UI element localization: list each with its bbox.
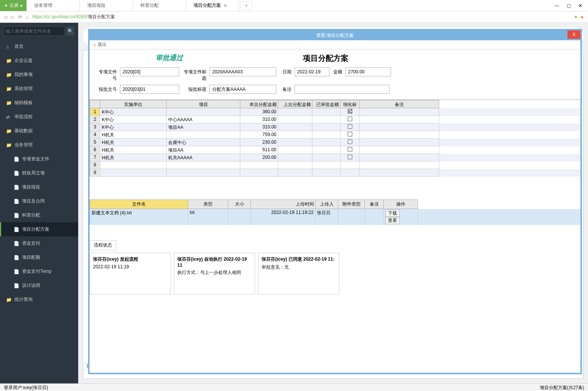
folder-icon: 📁 — [6, 58, 11, 63]
home-icon: ⌂ — [6, 44, 11, 49]
flow-icon: ⇄ — [6, 114, 11, 120]
sidebar-item[interactable]: 📁辅助模板 — [0, 96, 78, 110]
bookmark-icon[interactable]: ✦ — [574, 14, 578, 20]
sidebar-item[interactable]: 📁系统管理 — [0, 82, 78, 96]
folder-icon: 📁 — [6, 72, 11, 78]
sidebar-item[interactable]: 📁基础数据 — [0, 124, 78, 138]
folder-icon: 📁 — [6, 297, 11, 302]
file-icon: 📄 — [14, 255, 19, 260]
login-user: 登录用户:icey(张芬芬) — [4, 385, 48, 390]
maximize-icon[interactable]: ▢ — [567, 3, 571, 8]
search-input[interactable] — [4, 27, 65, 36]
input-file-title[interactable] — [210, 67, 276, 76]
minimize-icon[interactable]: — — [555, 3, 559, 8]
file-icon: 📄 — [14, 283, 19, 288]
tab-add-button[interactable]: + — [241, 2, 252, 9]
sidebar-subitem[interactable]: 📄项目及合同 — [0, 194, 78, 208]
input-date[interactable] — [295, 67, 329, 76]
grid-row[interactable]: 2K中心中心AAAAA310.00 — [90, 116, 580, 123]
sidebar-item[interactable]: 📁业务管理 — [0, 138, 78, 152]
grid-row[interactable]: 8 — [90, 161, 580, 169]
sidebar-item[interactable]: ⇄审批流程 — [0, 110, 78, 124]
approval-status: 审批通过 — [156, 53, 183, 63]
attachment-row[interactable]: 新建文本文档 (4).txt txt 2022-02-19 11:19:22 张… — [90, 209, 580, 225]
grid-row[interactable]: 6H机关项目AA511.00 — [90, 146, 580, 154]
label-remark: 备注 — [278, 85, 293, 94]
sidebar: 🔍 ⌂首页📁企业云盘📁我的事项📁系统管理📁辅助模板⇄审批流程📁基础数据📁业务管理… — [0, 23, 78, 383]
tab-dept[interactable]: 科室分配 — [133, 0, 186, 11]
sidebar-subitem[interactable]: 📄科室分配 — [0, 208, 78, 222]
allocation-grid: 实施单位 项目 本次分配金额 上次分配金额 已审批金额 细化标记 备注 1K中心… — [90, 100, 580, 177]
input-remark[interactable] — [295, 85, 389, 94]
workflow-tab[interactable]: 流程状态 — [90, 240, 116, 250]
sidebar-subitem[interactable]: 📄资金支付 — [0, 236, 78, 250]
file-icon: 📄 — [14, 269, 19, 274]
view-button[interactable]: 查看 — [385, 217, 400, 224]
dialog-close-button[interactable]: X — [568, 30, 580, 39]
checkbox-icon[interactable] — [348, 155, 352, 159]
search-button[interactable]: 🔍 — [66, 27, 74, 36]
sidebar-subitem[interactable]: 📄项目配额 — [0, 250, 78, 264]
forward-icon[interactable]: ▷ — [11, 14, 14, 20]
sidebar-subitem[interactable]: 📄资金支付Temp — [0, 264, 78, 279]
label-amount: 金额 — [331, 67, 344, 83]
tab-allocation[interactable]: 项目分配方案× — [186, 0, 239, 11]
grid-row[interactable]: 5H机关会展中心230.00 — [90, 139, 580, 146]
status-bar: 登录用户:icey(张芬芬) 项目分配方案(共27条) — [0, 383, 588, 391]
file-icon: 📄 — [14, 157, 19, 162]
checkbox-icon[interactable] — [348, 132, 352, 136]
app-logo[interactable]: ✦ 云表 ▾ — [0, 0, 27, 11]
checkbox-icon[interactable] — [348, 117, 352, 121]
grid-row[interactable]: 3K中心项目AA310.00 — [90, 123, 580, 131]
attachment-grid: 文件名 类型 大小 上传时间 上传人 附件类型 备注 操作 新建文本文档 (4)… — [90, 199, 580, 225]
sidebar-item[interactable]: ⌂首页 — [0, 40, 78, 54]
sidebar-subitem[interactable]: 📄专项资金文件 — [0, 152, 78, 166]
workflow-card: 张芬芬(icey) 发起流程2022-02-19 11:19 — [90, 253, 171, 294]
url-bar: ◁ ▷ ⟳ ⌂ https://cc.iyunbiao.cn/9283/项目分配… — [0, 11, 588, 23]
url-display[interactable]: https://cc.iyunbiao.cn/9283/项目分配方案 — [32, 14, 570, 20]
checkbox-icon[interactable] — [348, 147, 352, 152]
label-file-title: 专项文件标题 — [181, 67, 208, 83]
reload-icon[interactable]: ⟳ — [18, 14, 22, 20]
home-icon[interactable]: ⌂ — [26, 14, 28, 20]
checkbox-icon[interactable] — [348, 124, 352, 129]
label-date: 日期 — [278, 67, 293, 83]
label-approval-title: 报批标题 — [181, 85, 208, 94]
tab-approval[interactable]: 项目报批 — [80, 0, 133, 11]
grid-row[interactable]: 9 — [90, 169, 580, 177]
input-amount[interactable] — [345, 67, 391, 76]
input-file-no[interactable] — [120, 67, 179, 76]
title-bar: ✦ 云表 ▾ 业务管理 项目报批 科室分配 项目分配方案× + — ▢ ✕ — [0, 0, 588, 11]
sidebar-item-stats[interactable]: 📁统计查询 — [0, 293, 78, 307]
tab-business[interactable]: 业务管理 — [27, 0, 80, 11]
file-icon: 📄 — [14, 185, 19, 190]
sidebar-subitem[interactable]: 📄项目报批 — [0, 180, 78, 194]
checkbox-icon[interactable] — [348, 109, 352, 114]
workflow-card: 张芬芬(icey) 已同意 2022-02-19 11:审批意见：无 — [258, 253, 339, 294]
grid-row[interactable]: 7H机关机关AAAAA200.00 — [90, 154, 580, 161]
file-icon: 📄 — [14, 241, 19, 246]
star-icon[interactable]: ★ — [580, 14, 584, 20]
input-approval-no[interactable] — [120, 85, 179, 94]
sidebar-subitem[interactable]: 📄项目分配方案 — [0, 222, 78, 236]
back-icon[interactable]: ◁ — [4, 14, 7, 20]
sidebar-item[interactable]: 📁我的事项 — [0, 68, 78, 82]
close-icon[interactable]: × — [224, 3, 227, 8]
folder-icon: 📁 — [6, 142, 11, 148]
folder-icon: 📁 — [6, 100, 11, 106]
sidebar-subitem[interactable]: 📄设计说明 — [0, 279, 78, 293]
exit-icon: ⎋ — [93, 42, 96, 47]
folder-icon: 📁 — [6, 86, 11, 92]
close-window-icon[interactable]: ✕ — [579, 3, 582, 8]
sidebar-item[interactable]: 📁企业云盘 — [0, 54, 78, 68]
download-button[interactable]: 下载 — [385, 210, 400, 217]
dialog-title-bar: 查看:项目分配方案 X — [90, 30, 580, 40]
folder-icon: 📁 — [6, 128, 11, 134]
exit-button[interactable]: ⎋ 退出 — [90, 40, 580, 49]
sidebar-subitem[interactable]: 📄财政局立项 — [0, 166, 78, 180]
grid-row[interactable]: 4H机关759.00 — [90, 131, 580, 139]
grid-row[interactable]: 1K中心380.00 — [90, 108, 580, 116]
workflow-card: 张芬芬(icey) 自动执行 2022-02-19 11执行方式：与上一步处理人… — [174, 253, 255, 294]
input-approval-title[interactable] — [210, 85, 276, 94]
checkbox-icon[interactable] — [348, 139, 352, 144]
